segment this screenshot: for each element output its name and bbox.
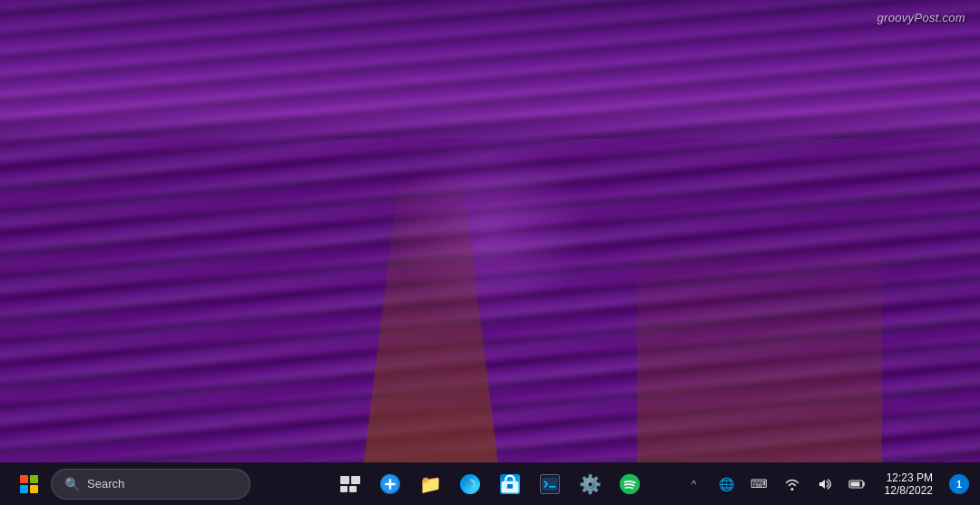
svg-rect-2 (507, 484, 513, 489)
clock-button[interactable]: 12:23 PM 12/8/2022 (877, 466, 940, 502)
start-button[interactable] (11, 466, 47, 502)
edge-icon (460, 474, 480, 494)
taskbar-center: 📁 (332, 466, 648, 502)
store-icon (500, 474, 520, 494)
taskbar: 🔍 Search (0, 462, 980, 505)
tray-overflow-button[interactable]: ^ (681, 468, 707, 500)
wallpaper (0, 0, 980, 462)
taskbar-right: ^ 🌐 ⌨ (681, 466, 969, 502)
chevron-up-icon: ^ (691, 479, 696, 490)
clock-date: 12/8/2022 (885, 484, 933, 497)
keyboard-button[interactable]: ⌨ (747, 468, 772, 500)
clock-time: 12:23 PM (887, 471, 933, 484)
settings-gear-icon: ⚙️ (579, 473, 602, 495)
search-label: Search (87, 477, 124, 490)
file-explorer-button[interactable]: 📁 (412, 466, 448, 502)
windows-terminal-button[interactable] (532, 466, 568, 502)
wifi-icon (784, 478, 800, 490)
spotify-icon (620, 474, 640, 494)
edge-browser-button[interactable] (452, 466, 488, 502)
svg-rect-3 (542, 477, 557, 490)
terminal-icon (540, 474, 560, 494)
folder-icon: 📁 (419, 473, 442, 495)
battery-icon (848, 479, 867, 490)
spotify-button[interactable] (612, 466, 648, 502)
volume-icon (817, 477, 833, 491)
ms-store-button[interactable] (492, 466, 528, 502)
desktop: groovyPost.com 🔍 Search (0, 0, 980, 505)
task-view-icon (340, 476, 360, 492)
zoom-button[interactable] (372, 466, 408, 502)
settings-button[interactable]: ⚙️ (572, 466, 608, 502)
windows-logo-icon (20, 475, 38, 493)
network-icon: 🌐 (719, 477, 734, 491)
taskbar-left: 🔍 Search (11, 466, 250, 502)
volume-button[interactable] (812, 468, 838, 500)
notification-count: 1 (956, 479, 962, 490)
notification-button[interactable]: 1 (949, 474, 969, 494)
wifi-button[interactable] (779, 468, 805, 500)
search-bar[interactable]: 🔍 Search (51, 469, 250, 500)
zoom-icon (380, 474, 400, 494)
keyboard-icon: ⌨ (750, 477, 768, 490)
battery-button[interactable] (845, 468, 870, 500)
task-view-button[interactable] (332, 466, 368, 502)
search-icon: 🔍 (64, 477, 80, 491)
watermark: groovyPost.com (877, 11, 965, 24)
svg-rect-7 (850, 481, 859, 486)
network-button[interactable]: 🌐 (714, 468, 740, 500)
